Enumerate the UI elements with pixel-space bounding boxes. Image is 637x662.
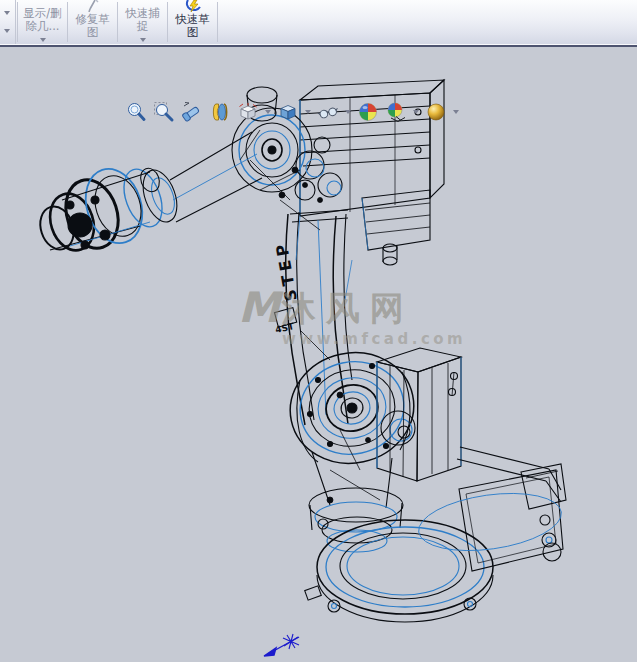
apply-scene-icon — [385, 101, 407, 123]
heads-up-view-toolbar — [122, 99, 462, 125]
view-orientation-icon — [237, 101, 259, 123]
button-label-line: 图 — [187, 26, 199, 39]
chevron-down-icon — [413, 110, 419, 114]
chevron-down-icon[interactable] — [40, 38, 46, 42]
toolbar-separator — [67, 2, 68, 42]
apply-scene-button[interactable] — [383, 99, 409, 125]
zoom-to-area-button[interactable] — [151, 99, 177, 125]
chevron-down-icon[interactable] — [140, 38, 146, 42]
coordinate-triad — [264, 634, 299, 656]
button-label-line: 图 — [87, 26, 99, 39]
toolbar-overflow-dropdown-2[interactable] — [2, 25, 13, 37]
section-view-icon — [209, 101, 231, 123]
solidworks-window: M 沐风网 www.mfcad.com — [0, 0, 637, 662]
toolbar-separator — [167, 2, 168, 42]
button-label-line: 除几... — [26, 20, 60, 33]
display-style-button[interactable] — [275, 99, 301, 125]
toolbar-overflow-column — [0, 0, 16, 44]
model-viewport[interactable]: M 沐风网 www.mfcad.com — [0, 47, 637, 662]
wrist-tube — [170, 132, 262, 222]
zoom-to-area-icon — [153, 101, 175, 123]
chevron-down-icon — [4, 29, 10, 33]
hide-show-items-dropdown[interactable] — [342, 99, 353, 125]
section-view-button[interactable] — [207, 99, 233, 125]
right-bracket — [415, 447, 566, 571]
view-orientation-button[interactable] — [235, 99, 261, 125]
display-style-dropdown[interactable] — [302, 99, 313, 125]
edit-appearance-icon — [357, 101, 379, 123]
watermark-brand-text: 沐风网 — [282, 290, 414, 326]
toolbar-separator — [117, 2, 118, 42]
hide-show-items-button[interactable] — [315, 99, 341, 125]
rapid-sketch-button[interactable]: 快速草 图 — [169, 0, 216, 44]
chevron-down-icon — [453, 110, 459, 114]
watermark-url: www.mfcad.com — [282, 330, 466, 348]
hide-show-items-icon — [317, 101, 339, 123]
view-settings-icon — [425, 101, 447, 123]
watermark-logo: M — [238, 290, 278, 326]
repair-sketch-button[interactable]: 修复草 图 — [69, 0, 116, 44]
previous-view-icon — [181, 101, 203, 123]
zoom-to-fit-icon — [125, 101, 147, 123]
display-delete-relations-button[interactable]: 显示/删 除几... — [19, 0, 66, 44]
end-effector — [35, 162, 183, 257]
sketch-toolbar: 显示/删 除几... 修复草 图 快速捕 捉 快速 — [0, 0, 637, 45]
toolbar-separator — [17, 2, 18, 42]
toolbar-separator — [217, 2, 218, 42]
right-cabinet — [377, 348, 461, 481]
view-orientation-dropdown[interactable] — [262, 99, 273, 125]
base-column — [309, 452, 403, 552]
zoom-to-fit-button[interactable] — [123, 99, 149, 125]
chevron-down-icon — [265, 110, 271, 114]
toolbar-overflow-dropdown-1[interactable] — [2, 7, 13, 19]
quick-snaps-button[interactable]: 快速捕 捉 — [119, 0, 166, 44]
chevron-down-icon — [345, 110, 351, 114]
display-style-icon — [277, 101, 299, 123]
watermark: M 沐风网 www.mfcad.com — [238, 290, 466, 348]
view-settings-dropdown[interactable] — [450, 99, 461, 125]
button-label-line: 捉 — [137, 20, 149, 33]
edit-appearance-button[interactable] — [355, 99, 381, 125]
chevron-down-icon — [4, 11, 10, 15]
toolbar-bottom-edge — [0, 45, 637, 47]
chevron-down-icon — [305, 110, 311, 114]
apply-scene-dropdown[interactable] — [410, 99, 421, 125]
view-settings-button[interactable] — [423, 99, 449, 125]
previous-view-button[interactable] — [179, 99, 205, 125]
